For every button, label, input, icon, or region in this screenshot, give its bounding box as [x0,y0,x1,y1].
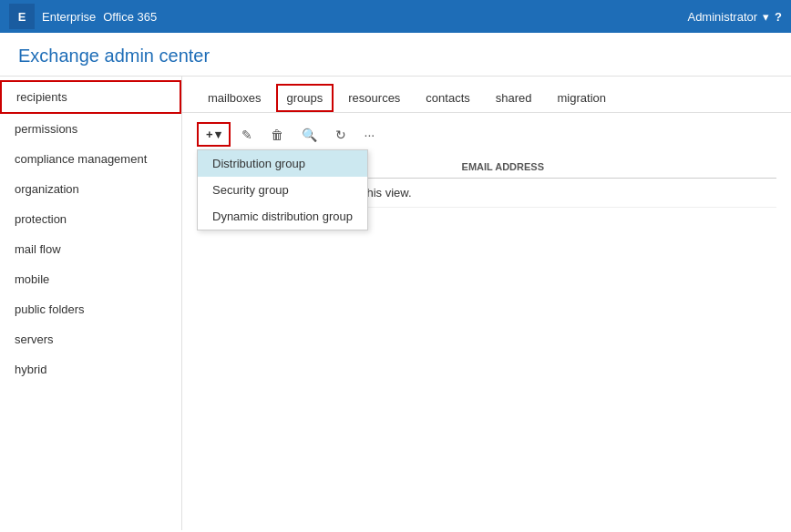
admin-name[interactable]: Administrator [687,10,757,24]
tab-bar: mailboxes groups resources contacts shar… [182,77,791,113]
sidebar-item-permissions[interactable]: permissions [0,114,181,144]
more-button[interactable]: ··· [357,123,383,147]
enterprise-label: Enterprise [42,10,96,24]
refresh-button[interactable]: ↻ [328,123,354,147]
toolbar: + ▾ ✎ 🗑 🔍 ↻ ··· Distribution group Secur… [182,113,791,156]
page-title: Exchange admin center [0,33,791,77]
sidebar-item-servers[interactable]: servers [0,324,181,354]
tab-migration[interactable]: migration [547,84,617,112]
col-extra [734,156,776,179]
sidebar-item-organization[interactable]: organization [0,174,181,204]
sidebar-item-recipients[interactable]: recipients [0,80,181,114]
top-bar-right: Administrator ▾ ? [687,10,782,24]
sidebar-item-public-folders[interactable]: public folders [0,294,181,324]
tab-resources[interactable]: resources [337,84,411,112]
dropdown-item-dynamic-distribution-group[interactable]: Dynamic distribution group [198,203,367,230]
top-bar: E Enterprise Office 365 Administrator ▾ … [0,0,791,33]
sidebar-item-mail-flow[interactable]: mail flow [0,234,181,264]
top-bar-left: E Enterprise Office 365 [9,4,157,29]
edit-button[interactable]: ✎ [234,123,260,147]
tab-groups[interactable]: groups [276,84,334,112]
main-layout: recipients permissions compliance manage… [0,77,791,530]
app-logo: E [9,4,35,29]
help-button[interactable]: ? [775,10,782,24]
content-area: mailboxes groups resources contacts shar… [182,77,791,530]
sidebar: recipients permissions compliance manage… [0,77,182,530]
dropdown-item-distribution-group[interactable]: Distribution group [198,150,367,177]
add-dropdown-menu: Distribution group Security group Dynami… [197,149,368,230]
sidebar-item-mobile[interactable]: mobile [0,264,181,294]
col-email-address: EMAIL ADDRESS [455,156,734,179]
tab-mailboxes[interactable]: mailboxes [197,84,272,112]
delete-button[interactable]: 🗑 [263,123,291,147]
admin-dropdown-icon[interactable]: ▾ [763,10,769,24]
dropdown-item-security-group[interactable]: Security group [198,177,367,203]
tab-shared[interactable]: shared [485,84,543,112]
sidebar-item-protection[interactable]: protection [0,204,181,234]
office365-label: Office 365 [103,10,157,24]
tab-contacts[interactable]: contacts [415,84,480,112]
add-icon: + [206,128,213,141]
sidebar-item-hybrid[interactable]: hybrid [0,354,181,384]
sidebar-item-compliance[interactable]: compliance management [0,144,181,174]
add-button[interactable]: + ▾ [197,122,231,147]
add-dropdown-arrow[interactable]: ▾ [215,128,221,141]
search-button[interactable]: 🔍 [294,123,324,147]
